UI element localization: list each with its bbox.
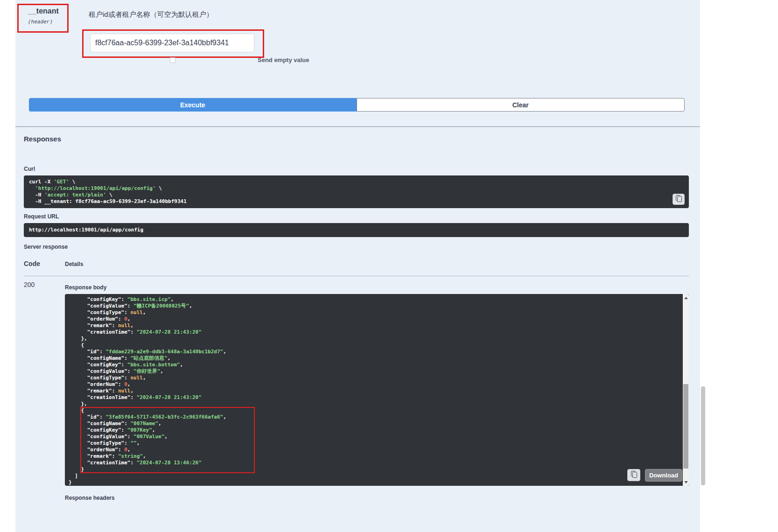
scroll-down-icon[interactable] xyxy=(683,479,689,485)
response-table-header: Code Details xyxy=(24,260,689,276)
scroll-up-icon[interactable] xyxy=(683,294,689,301)
clipboard-icon xyxy=(676,195,682,203)
send-empty-value-row: Send empty value xyxy=(170,56,309,63)
send-empty-value-label: Send empty value xyxy=(258,56,309,63)
code-column-header: Code xyxy=(24,260,65,267)
curl-command-block: curl -X 'GET' \ 'http://localhost:19001/… xyxy=(24,175,689,208)
parameter-name: __tenant xyxy=(28,7,65,15)
page-scrollbar-thumb[interactable] xyxy=(701,386,705,485)
tenant-header-input[interactable] xyxy=(90,34,254,52)
copy-response-button[interactable] xyxy=(627,469,640,481)
curl-label: Curl xyxy=(24,166,689,172)
parameter-location: (header) xyxy=(28,19,65,25)
response-headers-label: Response headers xyxy=(65,495,689,501)
annotation-box-parameter-name: __tenant (header) xyxy=(17,4,69,33)
curl-command-text: curl -X 'GET' \ 'http://localhost:19001/… xyxy=(29,179,670,205)
parameters-section: __tenant (header) 租户id或者租户名称（可空为默认租户） Se… xyxy=(15,0,700,98)
responses-title: Responses xyxy=(15,127,700,143)
operation-panel: __tenant (header) 租户id或者租户名称（可空为默认租户） Se… xyxy=(15,0,700,532)
scrollbar-thumb[interactable] xyxy=(683,384,688,469)
response-row: 200 Response body "configKey": "bbs.site… xyxy=(24,276,689,501)
download-button[interactable]: Download xyxy=(645,469,682,482)
response-body-json: "configKey": "bbs.site.icp", "configValu… xyxy=(69,296,689,486)
response-details: Response body "configKey": "bbs.site.icp… xyxy=(65,276,689,501)
parameter-description: 租户id或者租户名称（可空为默认租户） xyxy=(89,10,213,19)
execute-button[interactable]: Execute xyxy=(29,98,357,112)
send-empty-value-checkbox[interactable] xyxy=(170,57,175,63)
copy-curl-button[interactable] xyxy=(673,194,685,205)
response-body-scrollbar xyxy=(683,294,689,486)
swagger-page: __tenant (header) 租户id或者租户名称（可空为默认租户） Se… xyxy=(0,0,778,532)
server-response-label: Server response xyxy=(24,244,689,250)
status-code: 200 xyxy=(24,281,65,501)
responses-section: Responses Curl curl -X 'GET' \ 'http://l… xyxy=(15,126,700,501)
clipboard-icon xyxy=(631,471,637,479)
execute-bar: Execute Clear xyxy=(29,98,685,112)
request-url-label: Request URL xyxy=(24,214,689,220)
details-column-header: Details xyxy=(65,261,83,267)
responses-inner: Curl curl -X 'GET' \ 'http://localhost:1… xyxy=(15,166,700,501)
response-body-block: "configKey": "bbs.site.icp", "configValu… xyxy=(65,294,689,486)
response-body-label: Response body xyxy=(65,285,689,291)
request-url-value: http://localhost:19001/api/app/config xyxy=(24,223,689,237)
clear-button[interactable]: Clear xyxy=(357,98,685,112)
annotation-box-tenant-input xyxy=(82,29,264,58)
